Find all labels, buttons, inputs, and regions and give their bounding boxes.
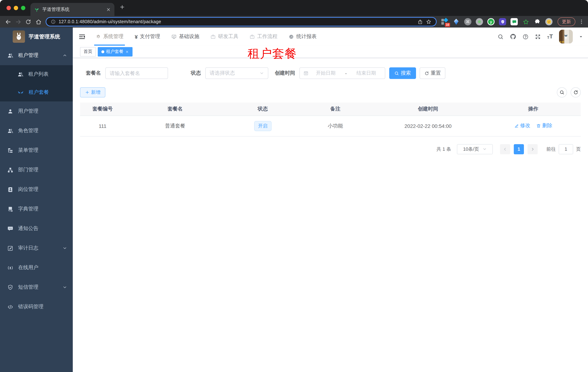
sidebar-item-dept-management[interactable]: 部门管理 bbox=[0, 160, 73, 180]
reset-button[interactable]: 重置 bbox=[420, 67, 445, 79]
favicon-plant-icon bbox=[34, 7, 40, 12]
browser-tab-strip: 芋道管理系统 bbox=[0, 0, 588, 16]
peoples-icon bbox=[7, 128, 13, 134]
tag-tenant-package[interactable]: 租户套餐 bbox=[98, 47, 133, 56]
col-package-name: 套餐名 bbox=[125, 103, 225, 116]
sidebar-item-tenant-management[interactable]: 租户管理 bbox=[0, 46, 73, 65]
fullscreen-icon[interactable] bbox=[535, 33, 541, 40]
code-icon bbox=[7, 304, 13, 310]
chevron-right-icon bbox=[530, 147, 535, 151]
share-icon[interactable] bbox=[418, 19, 423, 24]
new-tab-button[interactable] bbox=[119, 4, 125, 10]
app: 芋道管理系统 租户管理 租户列表 租户套餐 bbox=[0, 28, 588, 372]
browser-tab[interactable]: 芋道管理系统 bbox=[31, 3, 115, 16]
sidebar-item-user-management[interactable]: 用户管理 bbox=[0, 101, 73, 121]
shield-check-icon bbox=[7, 284, 13, 290]
top-menu-infrastructure[interactable]: 基础设施 bbox=[171, 28, 199, 46]
top-menu-system[interactable]: 系统管理 bbox=[95, 28, 124, 46]
chrome-update-button[interactable]: 更新 bbox=[557, 17, 575, 26]
search-button-label: 搜索 bbox=[401, 70, 411, 76]
extension-icon-7[interactable] bbox=[511, 18, 518, 25]
sidebar: 芋道管理系统 租户管理 租户列表 租户套餐 bbox=[0, 28, 73, 372]
extension-icon-10[interactable] bbox=[545, 18, 553, 25]
tag-home[interactable]: 首页 bbox=[80, 47, 96, 56]
github-icon[interactable] bbox=[510, 33, 516, 40]
cell-create-time: 2022-02-22 00:54:00 bbox=[370, 116, 485, 136]
prev-page-button[interactable] bbox=[500, 144, 510, 154]
app-logo[interactable]: 芋道管理系统 bbox=[0, 28, 73, 46]
tree-table-icon bbox=[7, 147, 13, 153]
top-menu-dev-tools[interactable]: 研发工具 bbox=[210, 28, 238, 46]
tag-close-icon[interactable] bbox=[125, 50, 129, 53]
extension-icon-9[interactable] bbox=[534, 18, 541, 25]
broadcast-user-icon bbox=[7, 265, 13, 271]
extension-icon-6[interactable] bbox=[499, 18, 506, 25]
top-menu-label: 研发工具 bbox=[218, 33, 238, 40]
delete-link[interactable]: 删除 bbox=[536, 123, 552, 129]
avatar[interactable]: 0:30 bbox=[559, 30, 573, 43]
status-badge: 开启 bbox=[254, 121, 272, 131]
edit-log-icon bbox=[7, 245, 13, 251]
sidebar-item-menu-management[interactable]: 菜单管理 bbox=[0, 140, 73, 160]
goto-label: 前往 bbox=[546, 146, 556, 152]
window-close-button[interactable] bbox=[7, 6, 11, 10]
extension-icon-2[interactable] bbox=[452, 18, 460, 25]
date-range-picker[interactable]: 开始日期 - 结束日期 bbox=[299, 67, 385, 79]
extension-icon-3[interactable]: ⌘ bbox=[464, 18, 472, 25]
sidebar-item-dict-management[interactable]: 字典管理 bbox=[0, 199, 73, 219]
sidebar-item-error-code[interactable]: 错误码管理 bbox=[0, 297, 73, 317]
search-button[interactable]: 搜索 bbox=[389, 67, 416, 79]
window-minimize-button[interactable] bbox=[14, 6, 18, 10]
add-button[interactable]: 新增 bbox=[80, 87, 105, 97]
search-icon[interactable] bbox=[497, 33, 504, 40]
site-info-icon[interactable] bbox=[51, 19, 56, 24]
tab-close-icon[interactable] bbox=[106, 7, 111, 12]
sidebar-item-online-users[interactable]: 在线用户 bbox=[0, 258, 73, 277]
top-menu-report[interactable]: 统计报表 bbox=[289, 28, 317, 46]
sidebar-menu: 租户管理 租户列表 租户套餐 用户管理 bbox=[0, 46, 73, 317]
help-icon[interactable] bbox=[523, 33, 529, 40]
caret-down-icon[interactable] bbox=[579, 35, 583, 39]
sidebar-item-notice[interactable]: 通知公告 bbox=[0, 219, 73, 238]
gear-icon bbox=[95, 34, 101, 39]
top-menu-label: 工作流程 bbox=[257, 33, 278, 40]
font-size-icon[interactable]: TT bbox=[547, 34, 553, 40]
sidebar-item-sms-management[interactable]: 短信管理 bbox=[0, 277, 73, 297]
extension-icon-5[interactable]: y bbox=[487, 18, 494, 25]
back-button[interactable] bbox=[3, 17, 13, 26]
sidebar-item-audit-log[interactable]: 审计日志 bbox=[0, 238, 73, 258]
plus-icon bbox=[85, 90, 89, 95]
page-size-value: 10条/页 bbox=[463, 146, 479, 152]
status-select[interactable]: 请选择状态 bbox=[205, 67, 268, 79]
sidebar-item-tenant-package[interactable]: 租户套餐 bbox=[0, 83, 73, 101]
top-menu-workflow[interactable]: 工作流程 bbox=[250, 28, 278, 46]
table-header-row: 套餐编号 套餐名 状态 备注 创建时间 操作 bbox=[80, 103, 581, 116]
sidebar-item-tenant-list[interactable]: 租户列表 bbox=[0, 65, 73, 83]
current-page-button[interactable]: 1 bbox=[514, 144, 524, 154]
bookmark-star-icon[interactable] bbox=[426, 19, 431, 25]
top-menu-payment[interactable]: ¥ 支付管理 bbox=[135, 28, 160, 46]
sidebar-item-label: 在线用户 bbox=[18, 265, 38, 271]
next-page-button[interactable] bbox=[527, 144, 538, 154]
browser-menu-icon[interactable] bbox=[578, 19, 584, 25]
reload-button[interactable] bbox=[23, 17, 33, 26]
home-button[interactable] bbox=[33, 17, 43, 26]
sidebar-item-post-management[interactable]: 岗位管理 bbox=[0, 180, 73, 199]
toggle-search-button[interactable] bbox=[557, 87, 567, 97]
refresh-table-button[interactable] bbox=[571, 87, 581, 97]
page-size-select[interactable]: 10条/页 bbox=[457, 144, 493, 154]
extension-icon-1[interactable]: 10 bbox=[441, 18, 448, 25]
sidebar-item-role-management[interactable]: 角色管理 bbox=[0, 121, 73, 140]
sidebar-collapse-button[interactable] bbox=[79, 33, 85, 40]
extension-icon-8[interactable] bbox=[522, 18, 529, 25]
badge-icon bbox=[7, 186, 13, 192]
people-safe-icon bbox=[17, 89, 24, 96]
end-date-placeholder: 结束日期 bbox=[351, 70, 381, 76]
package-name-input[interactable] bbox=[105, 67, 168, 79]
address-bar[interactable]: 127.0.0.1:48080/admin-ui/system/tenant/p… bbox=[46, 17, 437, 26]
extension-icon-4[interactable] bbox=[476, 18, 483, 25]
forward-button[interactable] bbox=[13, 17, 23, 26]
window-zoom-button[interactable] bbox=[21, 6, 25, 10]
goto-page-input[interactable] bbox=[559, 144, 573, 154]
edit-link[interactable]: 修改 bbox=[514, 123, 530, 129]
